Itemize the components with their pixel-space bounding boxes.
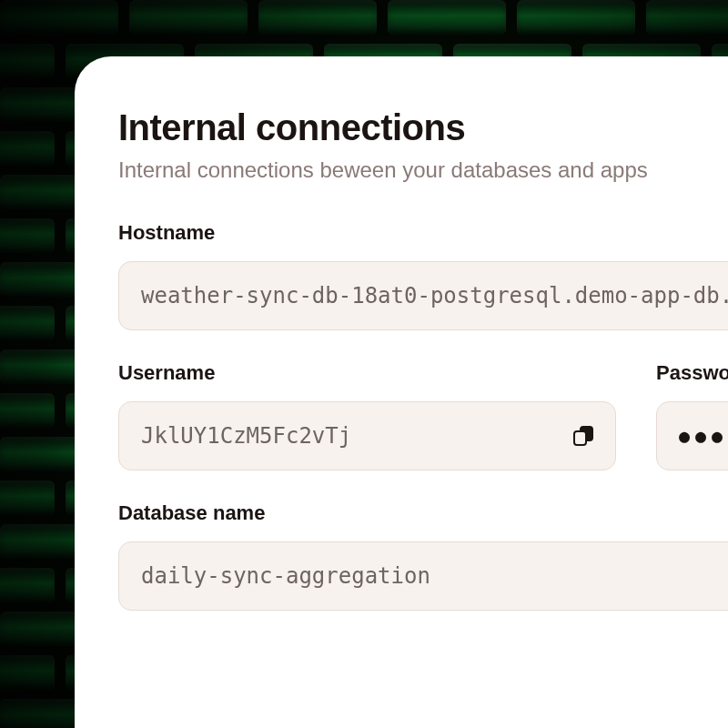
copy-icon[interactable] [573,426,593,446]
hostname-value: weather-sync-db-18at0-postgresql.demo-ap… [141,283,728,308]
password-value: ●●●●●●●●●●●● [679,425,728,447]
username-value: JklUY1CzM5Fc2vTj [141,423,559,449]
username-label: Username [118,361,616,385]
hostname-label: Hostname [118,221,728,245]
page-title: Internal connections [118,107,728,148]
password-field[interactable]: ●●●●●●●●●●●● [656,401,728,470]
dbname-label: Database name [118,501,728,525]
connections-card: Internal connections Internal connection… [75,56,728,728]
username-field[interactable]: JklUY1CzM5Fc2vTj [118,401,616,470]
password-label: Password [656,361,728,385]
dbname-value: daily-sync-aggregation [141,563,728,589]
page-subtitle: Internal connections beween your databas… [118,157,728,183]
dbname-field[interactable]: daily-sync-aggregation [118,541,728,611]
hostname-field[interactable]: weather-sync-db-18at0-postgresql.demo-ap… [118,261,728,330]
